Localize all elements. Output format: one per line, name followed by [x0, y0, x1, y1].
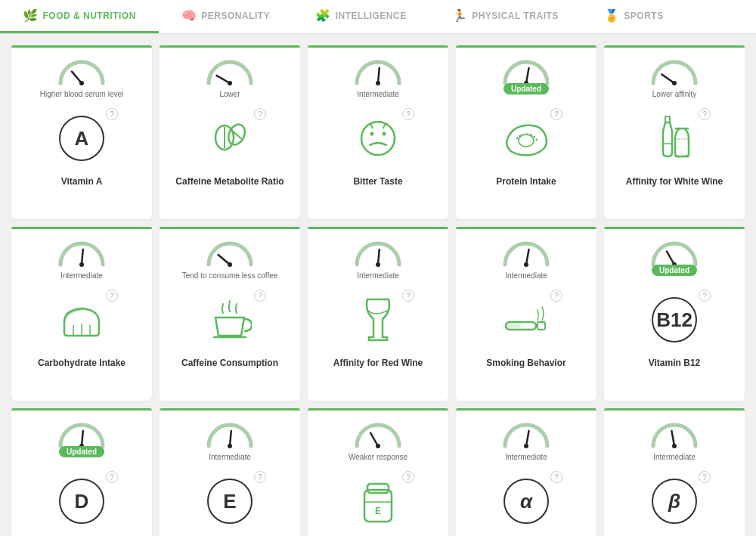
svg-line-20 [82, 249, 83, 265]
gauge [496, 53, 556, 87]
help-icon[interactable]: ? [106, 108, 118, 120]
card-alpha-linolenic[interactable]: Intermediate α ? Alpha-Linolenic Acid [456, 408, 596, 536]
card-protein-intake[interactable]: Updated ? Protein Intake [456, 45, 596, 219]
nav-sports-label: SPORTS [624, 11, 663, 21]
nav-personality[interactable]: 🧠 PERSONALITY [159, 0, 293, 33]
card-status: Intermediate [357, 90, 399, 101]
card-title: Caffeine Consumption [181, 358, 278, 370]
card-icon-area: E ? [200, 471, 260, 531]
nav-physical-label: PHYSICAL TRAITS [472, 11, 559, 21]
svg-point-8 [361, 122, 395, 155]
help-icon[interactable]: ? [699, 108, 711, 120]
card-icon-area: ? [644, 108, 705, 169]
updated-badge: Updated [652, 265, 697, 276]
svg-line-14 [662, 74, 675, 83]
svg-point-3 [228, 81, 232, 85]
gauge [496, 234, 556, 268]
card-status: Intermediate [653, 453, 696, 463]
card-title: Vitamin A [61, 176, 103, 188]
svg-point-28 [524, 262, 528, 267]
svg-rect-41 [367, 484, 389, 493]
svg-line-22 [218, 255, 230, 265]
nav-intelligence[interactable]: 🧩 INTELLIGENCE [293, 0, 429, 33]
help-icon[interactable]: ? [402, 471, 414, 483]
card-smoking[interactable]: Intermediate ? Smoking Behavior [456, 227, 596, 401]
card-vitamin-e[interactable]: Intermediate E ? Vitamin E [160, 408, 300, 536]
card-status: Higher blood serum level [40, 90, 124, 101]
svg-line-6 [378, 68, 380, 83]
svg-line-46 [672, 431, 675, 446]
svg-line-36 [230, 431, 231, 446]
card-title: Affinity for White Wine [626, 176, 723, 188]
help-icon[interactable]: ? [254, 108, 266, 120]
card-vitamin-b12[interactable]: Updated B12 ? Vitamin B12 [604, 227, 745, 401]
card-white-wine[interactable]: Lower affinity ? Affinity for White Wine [604, 45, 745, 219]
gauge [200, 234, 260, 268]
cards-grid: Higher blood serum level A ? Vitamin A L… [0, 34, 756, 536]
svg-line-25 [378, 249, 380, 265]
card-carb-intake[interactable]: Intermediate ? Carbohydrate Intake [11, 227, 152, 401]
card-icon-area: ? [496, 108, 556, 169]
svg-line-2 [217, 76, 231, 83]
help-icon[interactable]: ? [550, 108, 562, 120]
gauge [51, 416, 112, 450]
card-vitamin-a[interactable]: Higher blood serum level A ? Vitamin A [11, 45, 152, 219]
nav-intelligence-label: INTELLIGENCE [336, 11, 407, 21]
help-icon[interactable]: ? [402, 290, 414, 302]
help-icon[interactable]: ? [550, 290, 562, 302]
gauge [348, 416, 408, 450]
help-icon[interactable]: ? [699, 471, 711, 483]
svg-line-34 [82, 431, 83, 446]
card-icon-area: D ? [51, 471, 112, 531]
help-icon[interactable]: ? [106, 290, 118, 302]
gauge [348, 234, 408, 268]
svg-line-27 [526, 249, 529, 265]
card-vitamin-d[interactable]: Updated D ? Vitamin D [11, 408, 152, 536]
nav-physical[interactable]: 🏃 PHYSICAL TRAITS [429, 0, 581, 33]
card-caffeine-metabolite[interactable]: Lower ? Caffeine Metabolite Ratio [160, 45, 300, 219]
card-caffeine-consumption[interactable]: Tend to consume less coffee ? Caffeine C… [160, 227, 300, 401]
card-status: Intermediate [505, 453, 547, 463]
svg-point-1 [79, 81, 84, 85]
gauge [200, 416, 260, 450]
help-icon[interactable]: ? [254, 471, 266, 483]
gauge [644, 416, 705, 450]
svg-point-47 [672, 444, 677, 448]
nav-sports[interactable]: 🏅 SPORTS [581, 0, 686, 33]
card-title: Smoking Behavior [486, 358, 565, 370]
intelligence-icon: 🧩 [315, 8, 331, 23]
help-icon[interactable]: ? [106, 471, 118, 483]
card-title: Caffeine Metabolite Ratio [175, 176, 284, 188]
card-beta-carotene[interactable]: Intermediate β ? Beta-Carotene [604, 408, 745, 536]
gauge [200, 53, 260, 87]
svg-point-23 [228, 262, 232, 267]
gauge [51, 53, 112, 87]
svg-point-7 [376, 81, 380, 85]
card-icon-area: ? [348, 290, 408, 350]
svg-point-13 [519, 135, 534, 147]
card-red-wine[interactable]: Intermediate ? Affinity for Red Wine [308, 227, 448, 401]
updated-badge: Updated [503, 83, 549, 94]
nav-food-label: FOOD & NUTRITION [43, 11, 136, 21]
svg-point-15 [672, 81, 677, 85]
svg-text:E: E [375, 506, 381, 516]
card-vit-e-suppl[interactable]: Weaker response E ? Response to Vitamin … [308, 408, 448, 536]
card-status: Weaker response [349, 453, 407, 463]
card-icon-area: B12 ? [644, 290, 705, 350]
top-navigation: 🌿 FOOD & NUTRITION 🧠 PERSONALITY 🧩 INTEL… [0, 0, 756, 34]
svg-point-10 [383, 132, 386, 136]
help-icon[interactable]: ? [254, 290, 266, 302]
card-bitter-taste[interactable]: Intermediate ? Bitter Taste [308, 45, 448, 219]
help-icon[interactable]: ? [699, 290, 711, 302]
nav-food-nutrition[interactable]: 🌿 FOOD & NUTRITION [0, 0, 159, 33]
card-icon-area: β ? [644, 471, 705, 531]
card-icon-area: ? [496, 290, 556, 350]
personality-icon: 🧠 [181, 8, 197, 23]
card-title: Affinity for Red Wine [333, 358, 423, 370]
svg-rect-31 [506, 324, 521, 328]
help-icon[interactable]: ? [550, 471, 562, 483]
svg-line-0 [72, 72, 82, 83]
card-status: Intermediate [209, 453, 251, 463]
card-status: Intermediate [505, 271, 547, 282]
help-icon[interactable]: ? [402, 108, 414, 120]
